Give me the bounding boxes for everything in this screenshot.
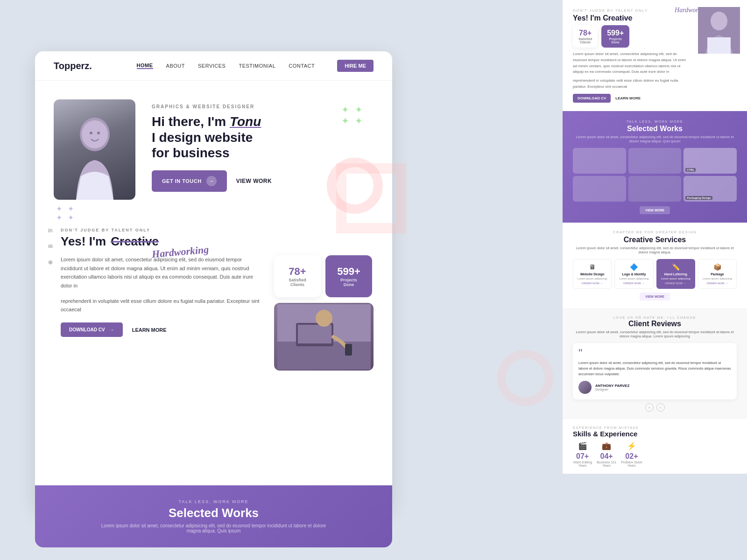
deco-dots-green: ✦ ✦✦ ✦ (341, 104, 364, 126)
rp-skills-grid: 🎬 07+ Video EditingYears 💼 04+ Business … (573, 441, 737, 467)
svg-rect-9 (345, 344, 352, 356)
lettering-icon: ✏️ (659, 263, 692, 271)
services-view-more-btn[interactable]: VIEW MORE (640, 293, 670, 301)
sw-desc-main: Lorem ipsum dolor sit amet, consectetur … (97, 523, 331, 533)
main-card: Topperz. HOME ABOUT SERVICES TESTIMONIAL… (35, 51, 392, 509)
rp-learn-btn[interactable]: LEARN MORE (615, 94, 641, 103)
sw-item-2 (628, 148, 682, 174)
reviewer: ANTHONY PARVEZ Designer (578, 381, 731, 394)
rp-projects-lbl: ProjectsDone (607, 37, 624, 44)
get-in-touch-button[interactable]: GET IN TOUCH → (152, 170, 227, 192)
hero-line3: for business (152, 146, 229, 160)
quote-icon: " (578, 349, 731, 357)
rp-selected-works: TALK LESS, WORK MORE Selected Works Lore… (563, 111, 747, 223)
view-work-link[interactable]: VIEW WORK (236, 178, 272, 184)
video-label: Video EditingYears (573, 461, 592, 467)
rp-stats-row: 78+ SatisfiedClients 599+ ProjectsDone (573, 25, 691, 48)
rp-sw-view-btn[interactable]: VIEW MORE (640, 206, 670, 214)
nav-testimonial[interactable]: TESTIMONIAL (239, 63, 275, 69)
sw-tag-main: TALK LESS, WORK MORE (54, 499, 374, 504)
review-nav: ‹ › (573, 403, 737, 412)
about-title: Yes! I'm Creative (61, 234, 374, 249)
projects-stat: 599+ ProjectsDone (325, 255, 372, 297)
nav-about[interactable]: ABOUT (166, 63, 185, 69)
rp-sw-title: Selected Works (573, 125, 737, 133)
nav-services[interactable]: SERVICES (198, 63, 226, 69)
service-order-3[interactable]: ORDER NOW → (659, 282, 692, 285)
clients-stat: 78+ SatisfiedClients (274, 255, 321, 297)
download-cv-button[interactable]: DOWNLOAD CV → (61, 322, 123, 337)
video-years: 07+ (573, 452, 592, 461)
business-label: Business 101Years (597, 461, 616, 467)
svg-point-1 (82, 120, 108, 148)
svg-point-11 (711, 12, 727, 30)
rp-client-reviews: LOVE US OR HATE ME, I'LL CHANGE Client R… (563, 308, 747, 419)
nav-links: HOME ABOUT SERVICES TESTIMONIAL CONTACT … (137, 60, 374, 72)
reviewer-role: Designer (595, 388, 629, 391)
rp-creative: Creative (603, 14, 632, 22)
rp-title: Yes! I'm Creative (573, 14, 691, 22)
skill-problem: ⚡ 02+ Problem SolveYears (621, 441, 642, 467)
projects-label: ProjectsDone (340, 278, 357, 287)
business-years: 04+ (597, 452, 616, 461)
nav-home[interactable]: HOME (137, 63, 153, 69)
service-desc-4: Lorem ipsum adipiscing (701, 277, 734, 280)
service-desc-3: Lorem ipsum adipiscing (659, 277, 692, 280)
service-name-2: Logo & Identity (617, 273, 650, 276)
svg-point-2 (90, 132, 92, 134)
svg-point-8 (316, 310, 332, 327)
rp-services-grid: 🖥 Website Design Lorem ipsum adipiscing … (573, 259, 737, 289)
stats-column: 78+ SatisfiedClients 599+ ProjectsDone (274, 255, 374, 371)
hero-line2: I design website (152, 130, 253, 145)
projects-number: 599+ (337, 266, 360, 278)
rp-sw-grid: CTRL Packaging Design (573, 148, 737, 202)
sw-title-main: Selected Works (54, 506, 374, 520)
download-cv-label: DOWNLOAD CV (69, 327, 105, 332)
next-review-btn[interactable]: › (656, 403, 665, 412)
prev-review-btn[interactable]: ‹ (645, 403, 654, 412)
service-order-1[interactable]: ORDER NOW → (576, 282, 609, 285)
reviewer-info: ANTHONY PARVEZ Designer (595, 384, 629, 391)
service-card-3: ✏️ Hand Lettering Lorem ipsum adipiscing… (656, 259, 695, 289)
logo-icon: 🔷 (617, 263, 650, 271)
rp-services-tag: CRAFTED ME FOR GREATER DESIGN (573, 230, 737, 234)
sw-item-6: Packaging Design (684, 176, 737, 202)
svg-rect-7 (298, 325, 331, 343)
rp-clients-stat: 78+ SatisfiedClients (573, 25, 598, 48)
hero-section: ✦ ✦✦ ✦ ✦ ✦✦ ✦ in ✉ ⊕ (35, 81, 392, 214)
rp-download-btn[interactable]: DOWNLOAD CV (573, 94, 611, 103)
service-desc-2: Lorem ipsum adipiscing (617, 277, 650, 280)
brand-logo: Topperz. (54, 61, 92, 71)
hero-subtitle: GRAPHICS & WEBSITE DESIGNER (152, 104, 374, 109)
about-tag: DON'T JUDGE BY TALENT ONLY (61, 228, 374, 232)
hero-photo (54, 99, 135, 200)
rp-yes-im: Yes! I'm (573, 14, 603, 22)
review-text: Lorem ipsum dolor sit amet, consectetur … (578, 360, 731, 377)
arrow-icon: → (206, 176, 217, 186)
rp-sw-desc: Lorem ipsum dolor sit amet, consectetur … (573, 135, 737, 143)
service-card-1: 🖥 Website Design Lorem ipsum adipiscing … (573, 259, 612, 289)
problem-icon: ⚡ (621, 441, 642, 450)
selected-works-main: TALK LESS, WORK MORE Selected Works Lore… (35, 485, 392, 547)
service-name-4: Package (701, 273, 734, 276)
get-in-touch-label: GET IN TOUCH (162, 178, 202, 184)
about-para-1: Lorem ipsum dolor sit amet, consectetur … (61, 255, 260, 290)
sw-item-4 (573, 176, 626, 202)
rp-para2: reprehenderit in voluptate velit esse ci… (573, 78, 691, 90)
learn-more-link[interactable]: LEARN MORE (132, 327, 167, 333)
hire-me-button[interactable]: HIRE ME (337, 60, 374, 72)
nav-contact[interactable]: CONTACT (289, 63, 315, 69)
service-card-4: 📦 Package Lorem ipsum adipiscing ORDER N… (698, 259, 737, 289)
creative-text: Creative (111, 234, 159, 249)
rp-services-title: Creative Services (573, 236, 737, 244)
sw-item-5 (628, 176, 682, 202)
rp-projects-num: 599+ (607, 29, 624, 37)
rp-skills-tag: EXPERIENCE FROM MISTAKE (573, 426, 737, 430)
sw-item-1 (573, 148, 626, 174)
video-icon: 🎬 (573, 441, 592, 450)
service-order-2[interactable]: ORDER NOW → (617, 282, 650, 285)
deco-circle-pink (327, 158, 383, 214)
service-order-4[interactable]: ORDER NOW → (701, 282, 734, 285)
rp-services-desc: Lorem ipsum dolor sit amet, consectetur … (573, 246, 737, 254)
problem-years: 02+ (621, 452, 642, 461)
